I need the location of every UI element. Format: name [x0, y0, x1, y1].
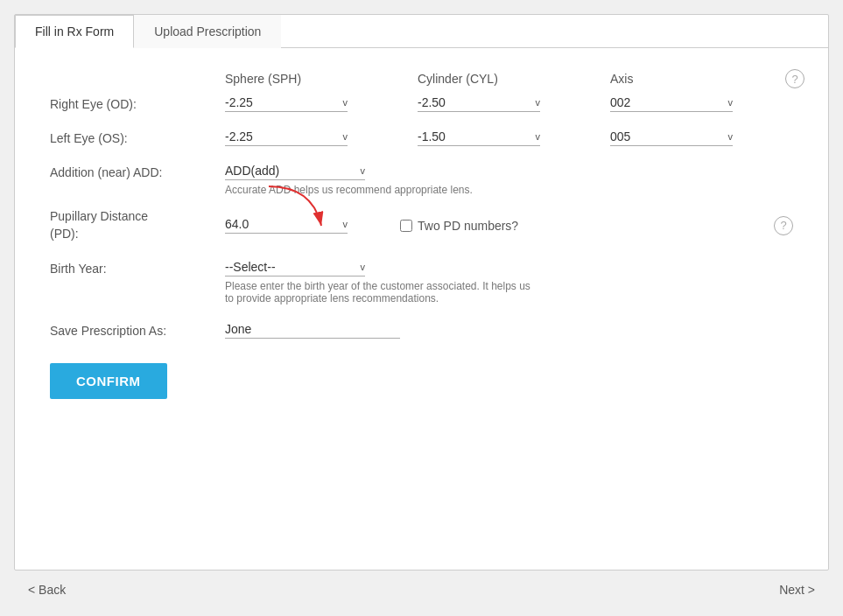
right-eye-sphere-arrow[interactable]: v: [343, 97, 348, 108]
left-eye-sphere-select[interactable]: -2.25 v: [225, 130, 348, 146]
tab-fill-rx[interactable]: Fill in Rx Form: [15, 15, 134, 48]
right-eye-label: Right Eye (OD):: [50, 97, 225, 111]
birth-year-value: --Select--: [225, 260, 355, 274]
pd-value: 64.0: [225, 217, 338, 231]
right-eye-sphere-select[interactable]: -2.25 v: [225, 95, 348, 112]
birth-year-note: Please enter the birth year of the custo…: [50, 280, 540, 304]
pd-row: Pupillary Distance(PD): 64.0 v: [50, 208, 793, 242]
back-link[interactable]: < Back: [28, 583, 66, 597]
left-eye-axis-value: 005: [610, 130, 723, 144]
right-eye-axis-select[interactable]: 002 v: [610, 95, 733, 112]
pd-label: Pupillary Distance(PD):: [50, 208, 225, 242]
tabs-container: Fill in Rx Form Upload Prescription: [15, 15, 828, 48]
left-eye-axis-arrow[interactable]: v: [728, 131, 734, 142]
pd-select-container: 64.0 v: [225, 217, 400, 234]
right-eye-cylinder-select[interactable]: -2.50 v: [418, 95, 540, 112]
birth-year-row: Birth Year: --Select-- v: [50, 260, 793, 276]
pd-arrow[interactable]: v: [343, 219, 348, 229]
birth-year-label: Birth Year:: [50, 262, 225, 276]
right-eye-row: Right Eye (OD): -2.25 v -2.50 v 002 v: [50, 95, 793, 112]
left-eye-cylinder-arrow[interactable]: v: [536, 131, 541, 142]
form-body: Sphere (SPH) Cylinder (CYL) Axis ? Right…: [15, 48, 828, 570]
col-sphere: Sphere (SPH): [225, 72, 418, 86]
birth-year-arrow[interactable]: v: [361, 262, 366, 272]
left-eye-cylinder-select[interactable]: -1.50 v: [418, 130, 540, 146]
page-wrapper: Fill in Rx Form Upload Prescription Sphe…: [0, 0, 843, 616]
left-eye-sphere-value: -2.25: [225, 130, 338, 144]
save-prescription-label: Save Prescription As:: [50, 324, 225, 338]
left-eye-axis-select[interactable]: 005 v: [610, 130, 733, 146]
left-eye-cylinder-value: -1.50: [418, 130, 530, 144]
two-pd-container: Two PD numbers?: [400, 219, 749, 233]
axis-help-icon[interactable]: ?: [785, 69, 804, 88]
addition-note: Accurate ADD helps us recommend appropri…: [50, 184, 793, 196]
addition-row: Addition (near) ADD: ADD(add) v: [50, 164, 793, 180]
confirm-button[interactable]: CONFIRM: [50, 363, 167, 399]
addition-value: ADD(add): [225, 164, 355, 178]
left-eye-label: Left Eye (OS):: [50, 131, 225, 145]
addition-arrow[interactable]: v: [361, 165, 366, 176]
main-card: Fill in Rx Form Upload Prescription Sphe…: [14, 14, 829, 570]
pd-select[interactable]: 64.0 v: [225, 217, 348, 234]
col-cylinder: Cylinder (CYL): [418, 72, 610, 86]
right-eye-cylinder-value: -2.50: [418, 95, 530, 109]
next-link[interactable]: Next >: [779, 583, 815, 597]
footer-nav: < Back Next >: [14, 570, 829, 602]
column-headers: Sphere (SPH) Cylinder (CYL) Axis ?: [50, 69, 793, 88]
pd-help-icon[interactable]: ?: [774, 216, 793, 235]
right-eye-cylinder-arrow[interactable]: v: [536, 97, 541, 108]
addition-label: Addition (near) ADD:: [50, 165, 225, 179]
birth-year-select[interactable]: --Select-- v: [225, 260, 365, 276]
save-prescription-row: Save Prescription As:: [50, 322, 793, 339]
col-axis: Axis: [610, 72, 785, 86]
addition-select[interactable]: ADD(add) v: [225, 164, 365, 180]
tab-upload-prescription[interactable]: Upload Prescription: [134, 15, 281, 48]
left-eye-sphere-arrow[interactable]: v: [343, 131, 348, 142]
two-pd-checkbox[interactable]: [400, 220, 412, 232]
right-eye-sphere-value: -2.25: [225, 95, 338, 109]
right-eye-axis-arrow[interactable]: v: [728, 97, 734, 108]
save-prescription-input[interactable]: [225, 322, 400, 339]
left-eye-row: Left Eye (OS): -2.25 v -1.50 v 005 v: [50, 130, 793, 146]
two-pd-text: Two PD numbers?: [418, 219, 518, 233]
right-eye-axis-value: 002: [610, 95, 723, 109]
